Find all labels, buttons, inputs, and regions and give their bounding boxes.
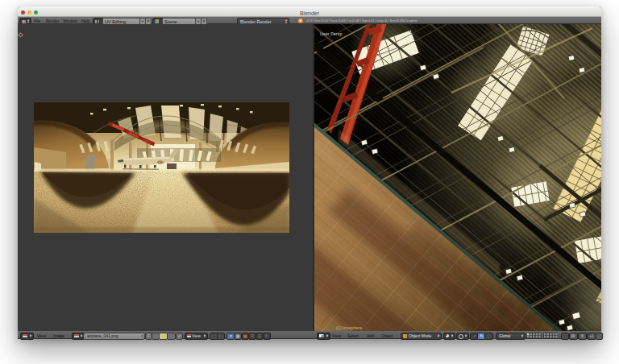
svg-text:User Persp: User Persp	[320, 32, 343, 37]
